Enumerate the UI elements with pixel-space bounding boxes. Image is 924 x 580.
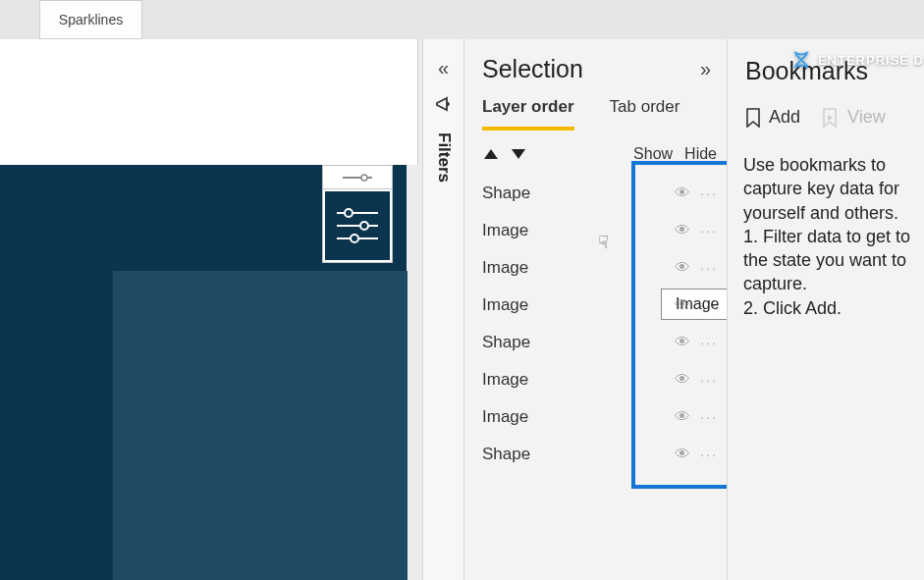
layer-list: Image ☟ Shape👁··· Image👁··· Image👁··· Im…	[464, 171, 727, 473]
canvas-background-top	[0, 39, 418, 165]
layer-item[interactable]: Image👁···	[464, 212, 727, 249]
svg-point-7	[351, 235, 358, 242]
move-up-icon[interactable]	[484, 149, 498, 159]
layer-item-label: Image	[482, 221, 528, 240]
layer-item-label: Shape	[482, 445, 530, 464]
visibility-toggle-icon[interactable]: 👁	[675, 371, 690, 389]
more-options-icon[interactable]: ···	[700, 223, 718, 238]
tab-layer-order[interactable]: Layer order	[482, 97, 574, 131]
more-options-icon[interactable]: ···	[700, 409, 718, 425]
ribbon-bar: Sparklines	[0, 0, 924, 39]
visibility-toggle-icon[interactable]: 👁	[675, 334, 690, 351]
hide-column-header: Hide	[684, 145, 717, 163]
slicer-header	[323, 166, 392, 189]
add-bookmark-label: Add	[769, 107, 800, 128]
layer-item-label: Image	[482, 370, 528, 390]
more-options-icon[interactable]: ···	[700, 297, 718, 313]
megaphone-icon	[434, 95, 454, 115]
view-bookmark-button: View	[822, 107, 886, 128]
svg-point-3	[345, 209, 353, 217]
more-options-icon[interactable]: ···	[700, 372, 718, 388]
collapse-chevron-icon[interactable]: «	[438, 57, 449, 79]
bookmark-play-icon	[822, 108, 840, 128]
view-bookmark-label: View	[847, 107, 886, 128]
visibility-toggle-icon[interactable]: 👁	[675, 296, 690, 314]
slicer-visual[interactable]	[322, 165, 393, 263]
svg-point-1	[361, 175, 367, 181]
filters-pane-collapsed[interactable]: « Filters	[422, 39, 463, 580]
layer-item[interactable]: Shape👁···	[464, 175, 727, 212]
layer-item[interactable]: Image👁···	[464, 361, 727, 398]
more-options-icon[interactable]: ···	[700, 447, 718, 462]
more-options-icon[interactable]: ···	[700, 260, 718, 276]
visual-background[interactable]	[0, 165, 407, 580]
move-down-icon[interactable]	[512, 149, 525, 159]
layer-item[interactable]: Shape👁···	[464, 324, 727, 361]
expand-chevron-icon[interactable]: »	[700, 58, 711, 80]
layer-item[interactable]: Image👁···	[464, 398, 727, 436]
more-options-icon[interactable]: ···	[700, 335, 718, 350]
layer-item-label: Image	[482, 295, 528, 315]
visibility-toggle-icon[interactable]: 👁	[675, 185, 690, 202]
visibility-toggle-icon[interactable]: 👁	[675, 446, 690, 463]
layer-item[interactable]: Shape👁···	[464, 436, 727, 473]
selection-pane: Selection » Layer order Tab order Show H…	[463, 39, 727, 580]
dna-icon	[790, 49, 812, 71]
tab-tab-order[interactable]: Tab order	[610, 97, 680, 131]
svg-point-5	[360, 222, 368, 230]
layer-item-label: Image	[482, 407, 528, 427]
more-options-icon[interactable]: ···	[700, 185, 718, 201]
layer-item[interactable]: Image👁···	[464, 249, 727, 287]
visual-inner-shape	[113, 271, 408, 580]
bookmarks-pane: ENTERPRISE D Bookmarks Add View Use book…	[727, 39, 924, 580]
bookmark-icon	[745, 108, 761, 128]
selection-pane-title: Selection	[482, 55, 583, 83]
layer-item-label: Shape	[482, 184, 530, 203]
ribbon-tab-sparklines[interactable]: Sparklines	[39, 0, 142, 39]
visibility-toggle-icon[interactable]: 👁	[675, 259, 690, 277]
layer-item-label: Image	[482, 258, 528, 278]
bookmarks-help-text: Use bookmarks to capture key data for yo…	[728, 141, 924, 320]
add-bookmark-button[interactable]: Add	[745, 107, 800, 128]
visibility-toggle-icon[interactable]: 👁	[675, 408, 690, 426]
slicer-icon	[323, 189, 392, 262]
report-canvas[interactable]	[0, 39, 422, 580]
visibility-toggle-icon[interactable]: 👁	[675, 222, 690, 239]
main-area: « Filters Selection » Layer order Tab or…	[0, 39, 924, 580]
filters-pane-label: Filters	[434, 132, 454, 183]
show-column-header: Show	[633, 145, 673, 163]
brand-watermark: ENTERPRISE D	[790, 49, 924, 71]
layer-item-label: Shape	[482, 333, 530, 352]
tooltip: Image	[661, 289, 734, 320]
